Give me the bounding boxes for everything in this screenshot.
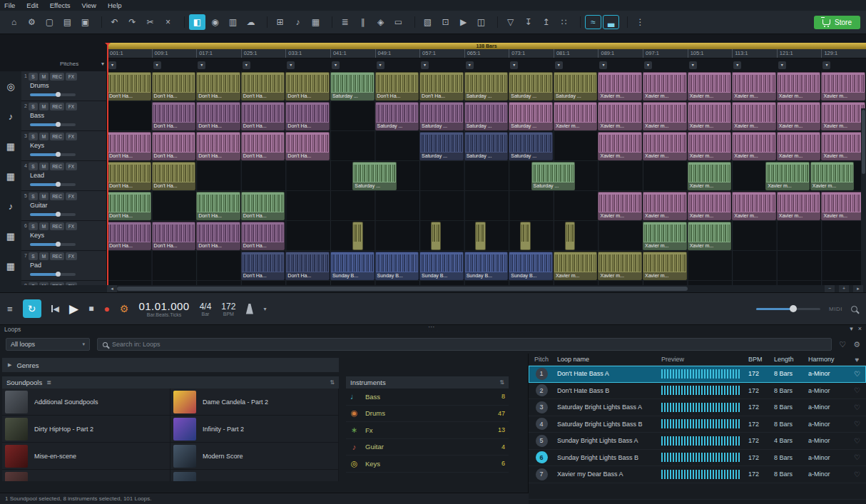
- slider-knob[interactable]: [790, 305, 797, 312]
- audio-clip[interactable]: Xavier m...: [643, 72, 687, 101]
- audio-clip[interactable]: Sunday B...: [509, 252, 553, 280]
- audio-clip[interactable]: Don't Ha...: [196, 192, 240, 220]
- track-fx-button[interactable]: FX: [66, 133, 77, 140]
- section-dropdown-icon[interactable]: ▾: [243, 61, 250, 69]
- column-header-bpm[interactable]: BPM: [748, 356, 774, 363]
- section-dropdown-icon[interactable]: ▾: [599, 61, 607, 69]
- redo-button[interactable]: ↷: [124, 14, 141, 30]
- record-settings-button[interactable]: ⚙: [120, 303, 129, 314]
- loop-row[interactable]: 7Xavier my Dear Bass A1728 Barsa-Minor♡: [529, 466, 866, 483]
- audio-clip[interactable]: [431, 222, 442, 250]
- column-header-loop-name[interactable]: Loop name: [554, 356, 661, 363]
- audio-clip[interactable]: Xavier m...: [688, 132, 732, 160]
- audio-clip[interactable]: Don't Ha...: [152, 102, 196, 130]
- search-icon[interactable]: [851, 306, 857, 312]
- genres-section-toggle[interactable]: ▶ Genres: [2, 358, 339, 372]
- audio-clip[interactable]: [520, 222, 531, 250]
- instrument-item[interactable]: ♪Guitar4: [346, 439, 509, 456]
- audio-clip[interactable]: Don't Ha...: [375, 72, 419, 101]
- track-volume-slider[interactable]: [30, 243, 76, 246]
- audio-clip[interactable]: Saturday ...: [419, 132, 464, 160]
- stop-button[interactable]: ■: [88, 304, 93, 314]
- instrument-item[interactable]: ∗Fx13: [346, 422, 509, 439]
- track-header[interactable]: ▦4SMRECFXLead: [0, 161, 107, 191]
- audio-clip[interactable]: Don't Ha...: [241, 102, 285, 130]
- audio-clip[interactable]: Saturday ...: [509, 132, 553, 160]
- track-volume-slider[interactable]: [30, 93, 76, 96]
- section-dropdown-icon[interactable]: ▾: [466, 61, 474, 69]
- skip-start-button[interactable]: ◀: [51, 304, 59, 314]
- audio-clip[interactable]: Xavier m...: [598, 102, 642, 130]
- menu-effects[interactable]: Effects: [50, 1, 71, 9]
- loop-preview[interactable]: [661, 453, 740, 462]
- audio-monitor-button[interactable]: ▃: [603, 15, 619, 29]
- save-button[interactable]: ▣: [77, 14, 93, 30]
- metronome-dropdown-icon[interactable]: ▾: [263, 306, 266, 312]
- column-header-preview[interactable]: Preview: [661, 356, 748, 363]
- level-meter-button[interactable]: ∥: [355, 14, 371, 30]
- track-m-button[interactable]: M: [39, 222, 49, 230]
- column-header-pitch[interactable]: Pitch: [529, 356, 554, 363]
- slider-knob[interactable]: [56, 122, 61, 127]
- loop-preview[interactable]: [661, 386, 740, 395]
- audio-clip[interactable]: Saturday ...: [464, 132, 509, 160]
- media-pool-button[interactable]: ▧: [419, 14, 436, 30]
- slider-knob[interactable]: [56, 182, 61, 187]
- layout-columns-button[interactable]: ◫: [473, 14, 489, 30]
- section-dropdown-icon[interactable]: ▾: [377, 61, 384, 69]
- slider-knob[interactable]: [56, 212, 61, 217]
- loop-preview[interactable]: [661, 419, 740, 428]
- audio-clip[interactable]: Xavier m...: [777, 192, 821, 220]
- track-s-button[interactable]: S: [29, 133, 38, 140]
- favorite-icon[interactable]: ♡: [848, 420, 866, 428]
- menu-view[interactable]: View: [82, 1, 96, 9]
- track-rec-button[interactable]: REC: [50, 252, 64, 260]
- loop-preview[interactable]: [661, 403, 740, 412]
- zoom-in-button[interactable]: +: [839, 285, 849, 292]
- section-dropdown-icon[interactable]: ▾: [822, 61, 830, 69]
- audio-clip[interactable]: Don't Ha...: [107, 132, 151, 160]
- soundpool-item[interactable]: Dirty HipHop - Part 2: [2, 416, 170, 443]
- section-dropdown-icon[interactable]: ▾: [421, 61, 429, 69]
- audio-clip[interactable]: Xavier m...: [688, 72, 732, 101]
- audio-clip[interactable]: Saturday ...: [419, 102, 464, 130]
- favorites-filter-icon[interactable]: ♡: [839, 340, 846, 349]
- filter-button[interactable]: ▽: [502, 14, 519, 30]
- panel-close-icon[interactable]: ×: [858, 325, 862, 332]
- track-header[interactable]: ▦3SMRECFXKeys: [0, 131, 107, 161]
- pitch-badge[interactable]: 2: [536, 384, 548, 396]
- monitor-button[interactable]: ⊡: [437, 14, 454, 30]
- search-input[interactable]: [112, 341, 826, 348]
- audio-clip[interactable]: Sunday B...: [419, 252, 464, 280]
- audio-clip[interactable]: Don't Ha...: [285, 252, 330, 280]
- track-s-button[interactable]: S: [29, 73, 38, 81]
- music-note-button[interactable]: ♪: [290, 14, 306, 30]
- track-volume-slider[interactable]: [30, 273, 76, 276]
- timeline-ruler[interactable]: 001:1009:1017:1025:1033:1041:1049:1057:1…: [107, 49, 866, 58]
- favorite-icon[interactable]: ♡: [848, 453, 866, 461]
- playhead[interactable]: [107, 43, 108, 285]
- audio-clip[interactable]: Xavier m...: [688, 192, 732, 220]
- menu-edit[interactable]: Edit: [26, 1, 38, 9]
- audio-clip[interactable]: Sunday B...: [375, 252, 419, 280]
- track-fx-button[interactable]: FX: [66, 252, 77, 260]
- effects-button[interactable]: ◈: [372, 14, 389, 30]
- audio-clip[interactable]: Saturday ...: [464, 102, 509, 130]
- mastering-button[interactable]: ▭: [390, 14, 407, 30]
- drum-matrix-button[interactable]: ▦: [307, 14, 324, 30]
- section-dropdown-icon[interactable]: ▾: [332, 61, 340, 69]
- audio-clip[interactable]: Xavier m...: [554, 102, 598, 130]
- scroll-left-button[interactable]: ◂: [107, 285, 117, 292]
- audio-clip[interactable]: Don't Ha...: [241, 192, 285, 220]
- audio-clip[interactable]: Sunday B...: [464, 252, 509, 280]
- panel-undock-icon[interactable]: ▾: [850, 325, 853, 332]
- audio-clip[interactable]: Xavier m...: [765, 162, 810, 190]
- track-s-button[interactable]: S: [29, 163, 38, 170]
- audio-clip[interactable]: Don't Ha...: [285, 132, 330, 160]
- audio-clip[interactable]: Don't Ha...: [107, 192, 151, 220]
- favorite-icon[interactable]: ♡: [848, 437, 866, 445]
- audio-clip[interactable]: Don't Ha...: [152, 132, 196, 160]
- slider-knob[interactable]: [56, 92, 61, 97]
- audio-clip[interactable]: Xavier m...: [821, 102, 865, 130]
- soundpool-item[interactable]: [2, 470, 170, 481]
